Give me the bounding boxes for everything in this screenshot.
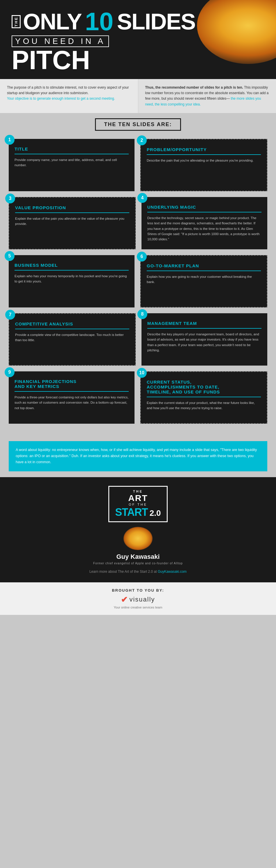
slide-divider-6 <box>147 271 261 271</box>
intro-right: Thus, the recommended number of slides f… <box>138 79 276 113</box>
slide-number-9: 9 <box>5 367 14 377</box>
slides-row-2: 3 VALUE PROPOSITION Explain the value of… <box>9 197 267 249</box>
slide-title-3: VALUE PROPOSITION <box>15 205 129 210</box>
book-logo-the: THE <box>133 490 143 493</box>
slide-title-5: BUSINESS MODEL <box>14 263 129 268</box>
slide-desc-2: Describe the pain that you're alleviatin… <box>147 158 261 163</box>
slide-card-1: 1 TITLE Provide company name, your name … <box>9 139 134 191</box>
header-title-row: THE ONLY 10 SLIDES <box>11 9 265 34</box>
slide-card-5: 5 BUSINESS MODEL Explain who has your mo… <box>9 255 134 307</box>
slide-card-7: 7 COMPETITIVE ANALYSIS Provide a complet… <box>9 313 136 366</box>
header-section: THE ONLY 10 SLIDES YOU NEED IN A PITCH <box>0 0 276 79</box>
intro-right-text: Thus, the recommended number of slides f… <box>145 85 269 107</box>
ten-slides-header: THE TEN SLIDES ARE: <box>0 113 276 136</box>
header-pitch-label: PITCH <box>11 47 265 73</box>
book-logo-box: THE ART OF THE START 2.0 <box>109 486 167 522</box>
header-slides-label: SLIDES <box>117 10 195 33</box>
book-logo-container: THE ART OF THE START 2.0 <box>11 486 265 522</box>
slide-desc-9: Provide a three-year forecast containing… <box>14 395 129 411</box>
slide-number-6: 6 <box>137 252 147 261</box>
slide-card-3: 3 VALUE PROPOSITION Explain the value of… <box>9 197 136 249</box>
book-flower-decoration <box>123 527 153 550</box>
book-learn-more: Learn more about The Art of the Start 2.… <box>11 569 265 574</box>
slide-divider-2 <box>147 154 261 155</box>
slide-card-4: 4 UNDERLYING MAGIC Describe the technolo… <box>142 197 267 249</box>
slide-number-5: 5 <box>5 251 14 261</box>
footer-visually-logo: ✔ visually <box>6 595 270 604</box>
slide-divider-9 <box>14 391 129 392</box>
slide-card-6: 6 GO-TO-MARKET PLAN Explain how you are … <box>140 255 267 307</box>
slide-number-3: 3 <box>5 193 15 204</box>
slide-card-2: 2 PROBLEM/OPPORTUNITY Describe the pain … <box>140 139 267 191</box>
intro-right-bold: Thus, the recommended number of slides f… <box>145 86 243 90</box>
footer-brought-label: BROUGHT TO YOU BY: <box>6 588 270 592</box>
slide-title-2: PROBLEM/OPPORTUNITY <box>147 147 261 152</box>
slide-card-10: 10 CURRENT STATUS, ACCOMPLISHMENTS TO DA… <box>140 371 267 424</box>
intro-left-highlight: Your objective is to generate enough int… <box>7 96 115 100</box>
slide-title-10: CURRENT STATUS, ACCOMPLISHMENTS TO DATE,… <box>147 379 261 394</box>
liquidity-section: A word about liquidity: no entrepreneur … <box>9 441 267 471</box>
slide-divider-4 <box>147 212 262 212</box>
slide-desc-10: Explain the current status of your produ… <box>147 400 261 411</box>
header-the-label: THE <box>11 15 21 28</box>
slide-number-8: 8 <box>137 309 147 319</box>
book-author-name: Guy Kawasaki <box>11 553 265 561</box>
intro-left: The purpose of a pitch is to stimulate i… <box>0 79 138 113</box>
slide-desc-7: Provide a complete view of the competiti… <box>15 332 129 343</box>
slide-title-8: MANAGEMENT TEAM <box>147 321 262 326</box>
slide-divider-8 <box>147 328 262 329</box>
slide-title-7: COMPETITIVE ANALYSIS <box>15 321 129 326</box>
slide-desc-5: Explain who has your money temporarily i… <box>14 274 129 284</box>
liquidity-text: A word about liquidity: no entrepreneur … <box>16 447 260 466</box>
slide-divider-5 <box>14 270 129 271</box>
header-subtitle: YOU NEED IN A <box>11 35 109 47</box>
slide-number-10: 10 <box>137 368 147 378</box>
slides-row-4: 7 COMPETITIVE ANALYSIS Provide a complet… <box>9 313 267 366</box>
book-section: THE ART OF THE START 2.0 Guy Kawasaki Fo… <box>0 477 276 582</box>
slide-number-7: 7 <box>5 310 15 320</box>
slide-divider-3 <box>15 212 129 213</box>
footer-section: BROUGHT TO YOU BY: ✔ visually Your onlin… <box>0 582 276 615</box>
slide-title-1: TITLE <box>14 147 129 151</box>
header-number: 10 <box>85 9 114 34</box>
intro-left-text: The purpose of a pitch is to stimulate i… <box>7 85 131 102</box>
footer-visually-v-icon: ✔ <box>121 595 127 604</box>
slide-title-6: GO-TO-MARKET PLAN <box>147 263 261 268</box>
slide-number-4: 4 <box>137 193 147 203</box>
slide-divider-10 <box>147 397 261 397</box>
slide-desc-1: Provide company name, your name and titl… <box>14 157 129 168</box>
book-logo-start: START <box>115 506 148 519</box>
slide-card-9: 9 FINANCIAL PROJECTIONS AND KEY METRICS … <box>9 371 134 424</box>
intro-section: The purpose of a pitch is to stimulate i… <box>0 79 276 113</box>
slide-desc-3: Explain the value of the pain you allevi… <box>15 216 129 227</box>
footer-visually-text: visually <box>129 596 155 603</box>
slide-card-8: 8 MANAGEMENT TEAM Describe the key playe… <box>142 313 267 366</box>
slides-row-3: 5 BUSINESS MODEL Explain who has your mo… <box>9 255 267 307</box>
book-logo-art: ART <box>128 493 148 503</box>
slides-container: 1 TITLE Provide company name, your name … <box>0 136 276 435</box>
book-learn-link[interactable]: GuyKawasaki.com <box>158 569 186 574</box>
header-only-label: ONLY <box>23 10 82 33</box>
ten-slides-title: THE TEN SLIDES ARE: <box>95 118 181 131</box>
footer-tagline: Your online creative services team <box>6 606 270 609</box>
slide-divider-7 <box>15 329 129 329</box>
slides-row-5: 9 FINANCIAL PROJECTIONS AND KEY METRICS … <box>9 371 267 424</box>
book-logo-of: OF THE <box>129 503 147 506</box>
slide-number-2: 2 <box>137 135 147 145</box>
slide-desc-6: Explain how you are going to reach your … <box>147 274 261 285</box>
slide-number-1: 1 <box>5 135 14 145</box>
slide-title-9: FINANCIAL PROJECTIONS AND KEY METRICS <box>14 379 129 389</box>
slide-divider-1 <box>14 154 129 154</box>
book-author-title: Former chief evangelist of Apple and co-… <box>11 562 265 565</box>
slide-title-4: UNDERLYING MAGIC <box>147 205 262 210</box>
slides-row-1: 1 TITLE Provide company name, your name … <box>9 139 267 191</box>
slide-desc-4: Describe the technology, secret sauce, o… <box>147 215 262 242</box>
slide-desc-8: Describe the key players of your managem… <box>147 332 262 353</box>
book-logo-version: 2.0 <box>150 508 161 518</box>
